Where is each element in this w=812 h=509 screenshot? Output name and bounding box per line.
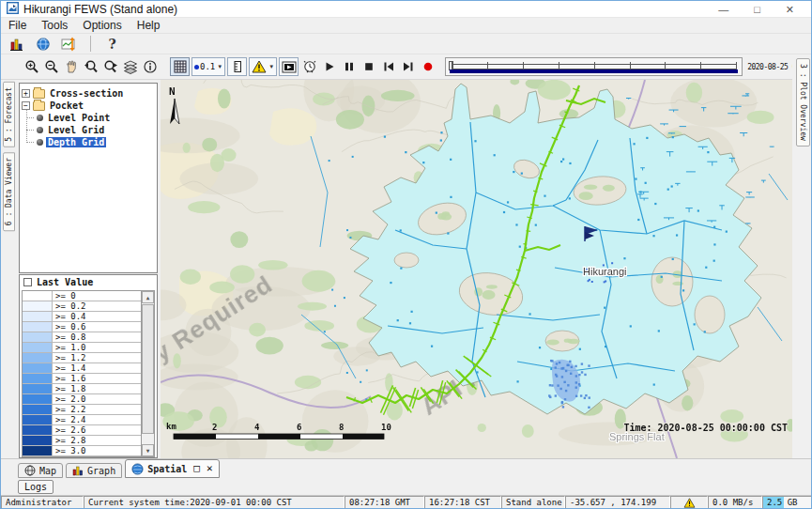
legend-color-swatch	[23, 436, 53, 445]
legend-row: >= 1.0	[23, 343, 141, 353]
layers-button[interactable]	[120, 57, 140, 76]
menu-bar: File Tools Options Help	[1, 18, 811, 34]
help-button[interactable]: ?	[102, 35, 122, 54]
status-system-time: Current system time:2020-09-01 00:00 CST	[84, 496, 345, 509]
logs-button[interactable]: Logs	[18, 480, 54, 494]
stop-button[interactable]	[359, 57, 378, 76]
scrollbar-thumb[interactable]	[142, 304, 154, 434]
legend-color-swatch	[23, 394, 53, 404]
last-value-checkbox[interactable]	[23, 278, 32, 286]
scroll-down-icon[interactable]: ▼	[142, 444, 154, 456]
globe-icon	[131, 463, 144, 475]
menu-file[interactable]: File	[1, 18, 34, 33]
expand-icon[interactable]: +	[22, 89, 30, 98]
ruler-button[interactable]	[227, 57, 247, 76]
skip-to-start-button[interactable]	[378, 57, 398, 76]
pan-hand-button[interactable]	[61, 57, 81, 76]
slider-tick	[736, 62, 737, 69]
tree-node-depth-grid[interactable]: Depth Grid	[34, 136, 155, 148]
tree-node-level-grid[interactable]: Level Grid	[34, 124, 155, 136]
tab-map-label: Map	[39, 466, 56, 476]
zoom-previous-button[interactable]	[81, 57, 100, 76]
last-value-label: Last Value	[37, 277, 93, 287]
legend-scrollbar[interactable]: ▲ ▼	[141, 291, 154, 456]
wire-globe-icon	[24, 465, 36, 476]
zoom-out-button[interactable]	[41, 57, 61, 76]
legend-color-swatch	[23, 353, 53, 362]
legend-color-swatch	[23, 363, 53, 373]
set-time-button[interactable]	[299, 57, 319, 76]
record-button[interactable]	[418, 57, 437, 76]
menu-options[interactable]: Options	[75, 18, 129, 33]
tree-connector	[26, 117, 34, 118]
map-view[interactable]: API Key Required API Key Required	[161, 80, 792, 458]
legend-row: >= 2.2	[23, 405, 141, 415]
close-tab-icon[interactable]: ✕	[207, 464, 213, 473]
legend-row: >= 1.2	[23, 353, 141, 363]
pause-button[interactable]	[339, 57, 359, 76]
legend-row: >= 0.4	[23, 312, 141, 322]
menu-help[interactable]: Help	[130, 18, 168, 33]
tab-plot-overview[interactable]: 3 : Plot Overview	[796, 58, 810, 147]
legend-row: >= 0	[23, 291, 141, 301]
bullet-icon	[37, 139, 43, 146]
zoom-next-button[interactable]	[100, 57, 120, 76]
status-gmt-time: 08:27:18 GMT	[345, 496, 424, 509]
close-button[interactable]: ✕	[786, 2, 794, 17]
tab-forecast[interactable]: 5 : Forecast	[3, 82, 15, 147]
legend-threshold-label: >= 1.2	[53, 353, 86, 362]
folder-icon	[33, 89, 45, 99]
legend-row: >= 1.4	[23, 363, 141, 374]
status-warning-cell[interactable]	[670, 496, 708, 509]
tree-node-cross-section[interactable]: + Cross-section	[22, 87, 155, 100]
globe-map-icon[interactable]	[33, 35, 53, 54]
tree-node-label-selected: Depth Grid	[46, 137, 106, 147]
collapse-icon[interactable]: −	[22, 101, 30, 110]
profile-chart-icon[interactable]	[59, 35, 79, 54]
tab-graph-label: Graph	[87, 466, 115, 476]
tab-map[interactable]: Map	[18, 463, 63, 478]
legend-color-swatch	[23, 343, 53, 352]
town-label: Hikurangi	[583, 266, 626, 277]
slider-tick	[452, 62, 452, 69]
slider-tick	[523, 62, 524, 69]
play-button[interactable]	[319, 57, 339, 76]
legend-threshold-label: >= 2.2	[53, 405, 86, 414]
warnings-dropdown[interactable]: ▼	[249, 57, 277, 76]
grid-interval-dropdown[interactable]: 0.1 ▼	[192, 57, 225, 76]
logs-row: Logs	[1, 478, 811, 496]
tree-node-pocket[interactable]: − Pocket	[22, 100, 155, 112]
show-grid-button[interactable]	[170, 57, 190, 76]
legend-row: >= 0.6	[23, 322, 141, 332]
bar-chart-icon	[72, 465, 84, 476]
legend-threshold-label: >= 0.2	[53, 301, 86, 311]
minimize-button[interactable]: —	[718, 2, 728, 17]
scroll-up-icon[interactable]: ▲	[142, 291, 154, 303]
legend-row: >= 2.6	[23, 425, 141, 436]
time-slider[interactable]	[445, 57, 743, 76]
legend-row: >= 2.4	[23, 415, 141, 425]
toolbar-separator	[90, 36, 91, 52]
animation-button[interactable]	[279, 57, 299, 76]
app-window: Hikurangi FEWS (Stand alone) — □ ✕ File …	[0, 0, 812, 509]
tree-node-label: Level Point	[46, 113, 112, 123]
info-button[interactable]	[140, 57, 160, 76]
legend-list: >= 0>= 0.2>= 0.4>= 0.6>= 0.8>= 1.0>= 1.2…	[23, 291, 141, 456]
interval-dot-icon	[194, 65, 199, 69]
slider-tick	[487, 62, 488, 69]
maximize-button[interactable]: □	[754, 2, 760, 17]
window-title: Hikurangi FEWS (Stand alone)	[23, 3, 177, 16]
tree-node-label: Level Grid	[46, 125, 106, 135]
skip-to-end-button[interactable]	[398, 57, 418, 76]
explorer-bars-icon[interactable]	[7, 35, 26, 54]
maximize-tab-icon[interactable]: □	[193, 464, 200, 473]
tab-spatial[interactable]: Spatial □ ✕	[125, 459, 219, 478]
zoom-in-button[interactable]	[22, 57, 41, 76]
slider-tick	[594, 62, 595, 69]
menu-tools[interactable]: Tools	[34, 18, 75, 33]
status-download-rate: 0.0 MB/s	[708, 496, 762, 509]
tab-graph[interactable]: Graph	[66, 463, 122, 478]
bullet-icon	[37, 127, 43, 133]
tab-data-viewer[interactable]: 6 : Data Viewer	[3, 152, 15, 231]
tree-node-level-point[interactable]: Level Point	[34, 112, 155, 124]
